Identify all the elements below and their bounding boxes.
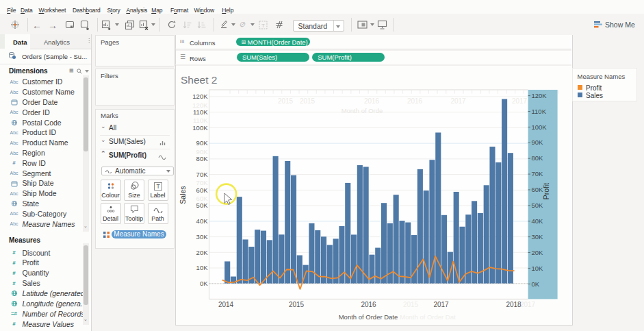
svg-text:2014: 2014 [218,301,234,308]
svg-text:40K: 40K [532,217,544,225]
svg-text:Month of Orde: Month of Orde [342,107,383,114]
svg-text:100K: 100K [532,123,548,131]
svg-text:120K: 120K [532,92,548,99]
svg-text:70K: 70K [196,171,209,178]
svg-text:60K: 60K [196,186,209,194]
svg-text:80K: 80K [196,155,209,162]
svg-text:0K: 0K [200,280,208,287]
svg-text:20K: 20K [532,249,544,256]
svg-text:Month of Order Date: Month of Order Date [339,313,398,321]
svg-text:T: T [156,183,159,190]
svg-text:50K: 50K [196,201,209,209]
svg-text:110K: 110K [193,108,208,116]
svg-text:10K: 10K [196,264,209,271]
svg-text:2017: 2017 [433,301,449,308]
svg-text:70K: 70K [532,170,544,177]
svg-text:T: T [261,23,265,29]
svg-text:2018: 2018 [506,301,521,308]
svg-text:110K: 110K [532,108,547,115]
svg-text:90K: 90K [532,138,544,146]
svg-text:Sales: Sales [179,186,187,204]
svg-text:2017: 2017 [512,97,528,105]
svg-text:0K: 0K [532,280,540,288]
svg-text:2016: 2016 [407,97,423,105]
svg-text:2015: 2015 [300,97,315,105]
svg-text:2015: 2015 [278,97,294,105]
svg-text:10K: 10K [532,265,544,272]
svg-text:Profit: Profit [542,183,550,200]
svg-text:2015: 2015 [403,301,419,308]
svg-text:2016: 2016 [361,301,376,308]
svg-text:Month of Order Dat: Month of Order Dat [400,313,456,321]
svg-text:2015: 2015 [289,301,305,308]
svg-text:100K: 100K [192,124,208,132]
svg-text:2017: 2017 [450,97,466,105]
svg-text:120K: 120K [192,93,208,100]
svg-text:30K: 30K [196,233,209,241]
svg-text:20K: 20K [196,249,209,256]
svg-text:2017: 2017 [520,301,536,308]
svg-text:40K: 40K [196,217,209,225]
svg-text:2016: 2016 [364,97,380,105]
svg-text:30K: 30K [532,233,544,241]
svg-text:50K: 50K [532,201,544,209]
svg-text:90K: 90K [196,139,209,147]
svg-text:80K: 80K [532,154,544,162]
